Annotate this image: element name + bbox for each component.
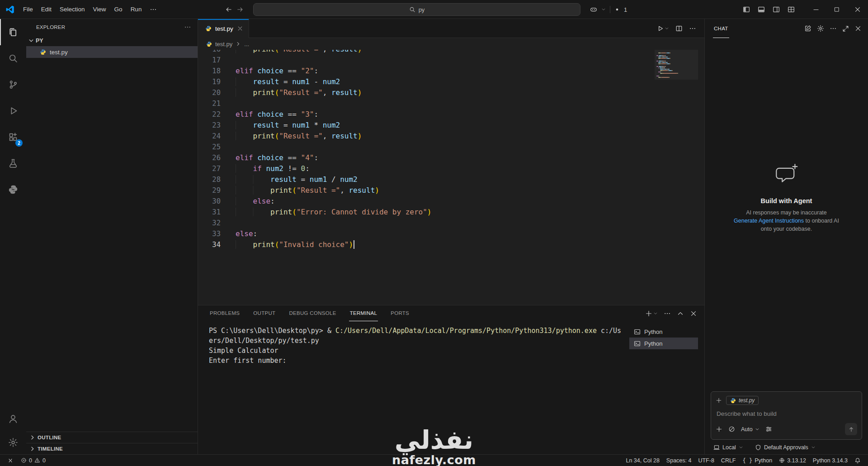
context-chip[interactable]: test.py — [726, 396, 759, 405]
close-tab-icon[interactable] — [237, 25, 243, 32]
approvals-selector[interactable]: Default Approvals — [755, 444, 816, 451]
send-button[interactable] — [845, 423, 857, 435]
menu-go[interactable]: Go — [110, 4, 127, 14]
eol[interactable]: CRLF — [718, 455, 739, 466]
code-line[interactable]: print("Result =", result) — [236, 87, 655, 98]
new-chat-icon[interactable] — [804, 25, 811, 32]
panel-tab-problems[interactable]: PROBLEMS — [209, 305, 241, 321]
editor-more-icon[interactable] — [689, 25, 696, 32]
local-selector[interactable]: Local — [713, 444, 743, 451]
workspace-folder[interactable]: PY — [26, 35, 198, 46]
cursor-position[interactable]: Ln 34, Col 28 — [623, 455, 662, 466]
menu-view[interactable]: View — [89, 4, 110, 14]
menu-run[interactable]: Run — [127, 4, 146, 14]
nav-forward-icon[interactable] — [236, 6, 244, 13]
chat-more-icon[interactable] — [830, 25, 837, 32]
configure-icon[interactable] — [765, 426, 772, 433]
code-line[interactable]: elif choice == "4": — [236, 152, 655, 163]
code-line[interactable]: elif choice == "2": — [236, 66, 655, 76]
code-line[interactable]: print("Error: Cannot divide by zero") — [236, 207, 655, 218]
chat-input-card[interactable]: test.py Describe what to build Auto — [711, 391, 862, 440]
copilot-chevron-icon[interactable] — [601, 7, 606, 12]
activity-testing[interactable] — [0, 150, 26, 176]
code-line[interactable]: if num2 != 0: — [236, 163, 655, 174]
breadcrumb-file[interactable]: test.py — [215, 41, 232, 48]
code-line[interactable] — [236, 55, 655, 66]
panel-tab-debug-console[interactable]: DEBUG CONSOLE — [288, 305, 337, 321]
activity-extensions[interactable]: 2 — [0, 124, 26, 150]
language-mode[interactable]: { } Python — [740, 455, 775, 466]
python-version[interactable]: Python 3.14.3 — [810, 455, 850, 466]
close-chat-icon[interactable] — [854, 25, 862, 32]
code-line[interactable] — [236, 218, 655, 228]
generate-instructions-link[interactable]: Generate Agent Instructions — [734, 218, 804, 224]
chat-tab[interactable]: CHAT — [713, 19, 729, 38]
activity-python[interactable] — [0, 176, 26, 203]
terminal-output[interactable]: PS C:\Users\Dell\Desktop\py> & C:/Users/… — [198, 321, 629, 454]
code-line[interactable]: elif choice == "3": — [236, 109, 655, 120]
code-line[interactable]: result = num1 * num2 — [236, 120, 655, 131]
close-panel-icon[interactable] — [690, 310, 697, 317]
menu-edit[interactable]: Edit — [37, 4, 56, 14]
code-lines[interactable]: print("Result =", result)elif choice == … — [221, 50, 655, 305]
code-line[interactable]: print("Result =", result) — [236, 50, 655, 55]
chat-input[interactable]: Describe what to build — [717, 410, 856, 417]
settings-button[interactable] — [0, 431, 26, 454]
code-line[interactable]: print("Invalid choice") — [236, 239, 655, 250]
toggle-sidebar-icon[interactable] — [743, 6, 750, 13]
nav-back-icon[interactable] — [225, 6, 232, 13]
panel-tab-ports[interactable]: PORTS — [390, 305, 410, 321]
customize-layout-icon[interactable] — [788, 6, 795, 13]
panel-more-icon[interactable] — [664, 310, 671, 317]
terminal-list-item[interactable]: Python — [629, 338, 698, 349]
code-editor[interactable]: 16171819202122232425262728293031323334 p… — [198, 50, 704, 305]
activity-source-control[interactable] — [0, 71, 26, 98]
minimap[interactable] — [655, 50, 698, 305]
copilot-icon[interactable] — [590, 6, 597, 13]
code-line[interactable] — [236, 142, 655, 152]
activity-search[interactable] — [0, 45, 26, 71]
remote-button[interactable] — [5, 455, 16, 466]
code-line[interactable] — [236, 98, 655, 109]
code-line[interactable]: else: — [236, 196, 655, 207]
problems-button[interactable]: 0 0 — [18, 455, 48, 466]
expand-chat-icon[interactable] — [842, 25, 849, 32]
toggle-panel-icon[interactable] — [758, 6, 765, 13]
breadcrumb-symbol[interactable]: ... — [244, 41, 249, 48]
code-line[interactable]: print("Result =", result) — [236, 131, 655, 142]
account-button[interactable] — [0, 407, 26, 431]
code-line[interactable]: print("Result =", result) — [236, 185, 655, 196]
timeline-section[interactable]: TIMELINE — [26, 443, 198, 454]
terminal-list-item[interactable]: Python — [629, 326, 698, 338]
encoding[interactable]: UTF-8 — [695, 455, 717, 466]
maximize-panel-icon[interactable] — [677, 310, 684, 317]
new-terminal-button[interactable] — [645, 310, 658, 317]
maximize-button[interactable] — [826, 0, 847, 19]
indentation[interactable]: Spaces: 4 — [664, 455, 694, 466]
panel-tab-terminal[interactable]: TERMINAL — [349, 305, 378, 321]
notifications-button[interactable] — [852, 455, 863, 466]
breadcrumb[interactable]: test.py ... — [198, 38, 704, 50]
code-line[interactable]: result = num1 / num2 — [236, 174, 655, 185]
menu-more[interactable] — [146, 4, 161, 15]
close-window-button[interactable] — [847, 0, 868, 19]
tools-icon[interactable] — [728, 426, 735, 433]
search-box[interactable]: py — [253, 3, 580, 16]
menu-selection[interactable]: Selection — [56, 4, 89, 14]
menu-file[interactable]: File — [19, 4, 37, 14]
activity-explorer[interactable] — [0, 19, 26, 45]
model-picker[interactable]: Auto — [741, 426, 760, 433]
tab-test-py[interactable]: test.py — [198, 19, 249, 38]
file-test-py[interactable]: test.py — [26, 46, 198, 58]
minimize-button[interactable] — [806, 0, 826, 19]
python-interpreter[interactable]: 3.13.12 — [776, 455, 809, 466]
explorer-more-icon[interactable] — [184, 24, 191, 31]
code-line[interactable]: else: — [236, 228, 655, 239]
toggle-secondary-sidebar-icon[interactable] — [773, 6, 780, 13]
split-editor-icon[interactable] — [675, 25, 683, 32]
chat-settings-icon[interactable] — [817, 25, 824, 32]
activity-run-debug[interactable] — [0, 98, 26, 124]
minimap-slider[interactable] — [655, 50, 698, 80]
outline-section[interactable]: OUTLINE — [26, 432, 198, 443]
code-line[interactable]: result = num1 - num2 — [236, 76, 655, 87]
